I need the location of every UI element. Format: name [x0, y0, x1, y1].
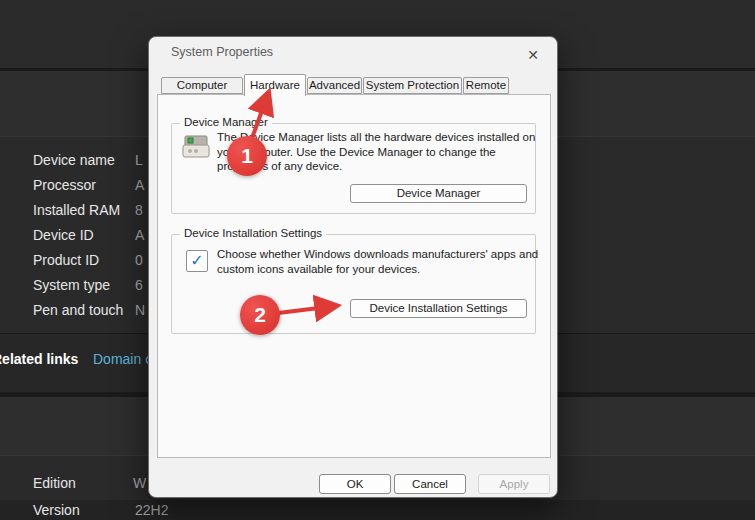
spec-label: Processor	[33, 177, 96, 193]
device-manager-description: The Device Manager lists all the hardwar…	[217, 130, 539, 174]
spec-label: Edition	[33, 475, 76, 491]
spec-value: 8	[135, 202, 143, 218]
spec-value: A	[135, 177, 144, 193]
dialog-title: System Properties	[171, 45, 273, 59]
spec-value: 22H2	[135, 502, 168, 518]
spec-label: System type	[33, 277, 110, 293]
tab-computer-name[interactable]: Computer Name	[161, 77, 243, 94]
ok-button[interactable]: OK	[319, 474, 391, 494]
spec-value: 0	[135, 252, 143, 268]
system-properties-dialog: System Properties ✕ Computer Name Hardwa…	[148, 36, 558, 498]
download-apps-checkbox[interactable]: ✓	[186, 250, 208, 272]
spec-value: 6	[135, 277, 143, 293]
device-installation-group: Device Installation Settings ✓ Choose wh…	[171, 234, 536, 334]
spec-value: N	[135, 302, 145, 318]
tab-advanced[interactable]: Advanced	[307, 77, 362, 94]
tab-hardware[interactable]: Hardware	[244, 74, 306, 96]
device-manager-legend: Device Manager	[180, 116, 272, 128]
spec-row: Version 22H2	[0, 502, 755, 520]
spec-label: Version	[33, 502, 80, 518]
device-manager-icon	[182, 133, 212, 161]
close-icon[interactable]: ✕	[517, 42, 549, 68]
check-icon: ✓	[190, 253, 203, 269]
spec-label: Product ID	[33, 252, 99, 268]
spec-label: Device name	[33, 152, 115, 168]
spec-label: Device ID	[33, 227, 94, 243]
spec-label: Installed RAM	[33, 202, 120, 218]
hardware-tab-panel: Device Manager The Device Manager lists …	[157, 94, 551, 458]
device-installation-settings-button[interactable]: Device Installation Settings	[350, 299, 527, 318]
apply-button-disabled: Apply	[478, 474, 550, 494]
spec-label: Pen and touch	[33, 302, 123, 318]
device-installation-legend: Device Installation Settings	[180, 227, 326, 239]
related-links-label: Related links	[0, 351, 78, 367]
tab-remote[interactable]: Remote	[463, 77, 509, 94]
spec-value: W	[133, 475, 146, 491]
cancel-button[interactable]: Cancel	[394, 474, 466, 494]
device-manager-button[interactable]: Device Manager	[350, 184, 527, 203]
tab-system-protection[interactable]: System Protection	[363, 77, 462, 94]
device-manager-group: Device Manager The Device Manager lists …	[171, 123, 536, 214]
spec-value: L	[135, 152, 143, 168]
spec-value: A	[135, 227, 144, 243]
device-installation-description: Choose whether Windows downloads manufac…	[217, 247, 552, 276]
